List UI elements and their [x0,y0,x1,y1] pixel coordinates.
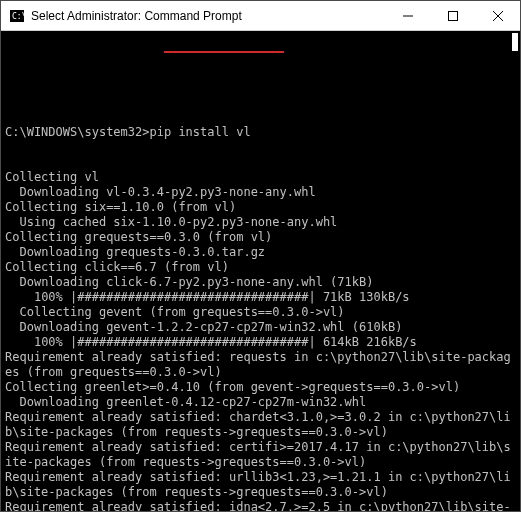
terminal-line: Collecting vl [5,170,514,185]
terminal-line: Collecting six==1.10.0 (from vl) [5,200,514,215]
terminal-line: Downloading gevent-1.2.2-cp27-cp27m-win3… [5,320,514,335]
scrollbar-thumb[interactable] [512,33,518,51]
maximize-button[interactable] [430,1,475,30]
app-icon: C:\ [9,8,25,24]
terminal-line: 100% |################################| … [5,335,514,350]
terminal-line: Collecting click==6.7 (from vl) [5,260,514,275]
terminal-line: Requirement already satisfied: chardet<3… [5,410,514,440]
titlebar[interactable]: C:\ Select Administrator: Command Prompt [1,1,520,31]
terminal-line: Collecting grequests==0.3.0 (from vl) [5,230,514,245]
svg-rect-3 [448,11,457,20]
prompt-line: C:\WINDOWS\system32>pip install vl [5,125,514,140]
minimize-button[interactable] [385,1,430,30]
terminal-line: Downloading grequests-0.3.0.tar.gz [5,245,514,260]
terminal-line: Collecting gevent (from grequests==0.3.0… [5,305,514,320]
terminal-line: Collecting greenlet>=0.4.10 (from gevent… [5,380,514,395]
svg-text:C:\: C:\ [12,12,24,21]
terminal-line: Downloading greenlet-0.4.12-cp27-cp27m-w… [5,395,514,410]
annotation-underline [164,51,284,53]
terminal-line: Downloading click-6.7-py2.py3-none-any.w… [5,275,514,290]
window-controls [385,1,520,30]
terminal-area[interactable]: C:\WINDOWS\system32>pip install vl Colle… [1,31,520,511]
terminal-line: Requirement already satisfied: certifi>=… [5,440,514,470]
window-title: Select Administrator: Command Prompt [31,9,385,23]
command-prompt-window: C:\ Select Administrator: Command Prompt… [0,0,521,512]
terminal-line: Downloading vl-0.3.4-py2.py3-none-any.wh… [5,185,514,200]
prompt-command: pip install vl [150,125,251,139]
terminal-line: Requirement already satisfied: requests … [5,350,514,380]
terminal-line: Requirement already satisfied: idna<2.7,… [5,500,514,511]
terminal-line: Using cached six-1.10.0-py2.py3-none-any… [5,215,514,230]
terminal-line: Requirement already satisfied: urllib3<1… [5,470,514,500]
prompt-path: C:\WINDOWS\system32> [5,125,150,139]
terminal-blank-line [5,80,514,95]
close-button[interactable] [475,1,520,30]
terminal-output: Collecting vl Downloading vl-0.3.4-py2.p… [5,170,514,511]
terminal-line: 100% |################################| … [5,290,514,305]
